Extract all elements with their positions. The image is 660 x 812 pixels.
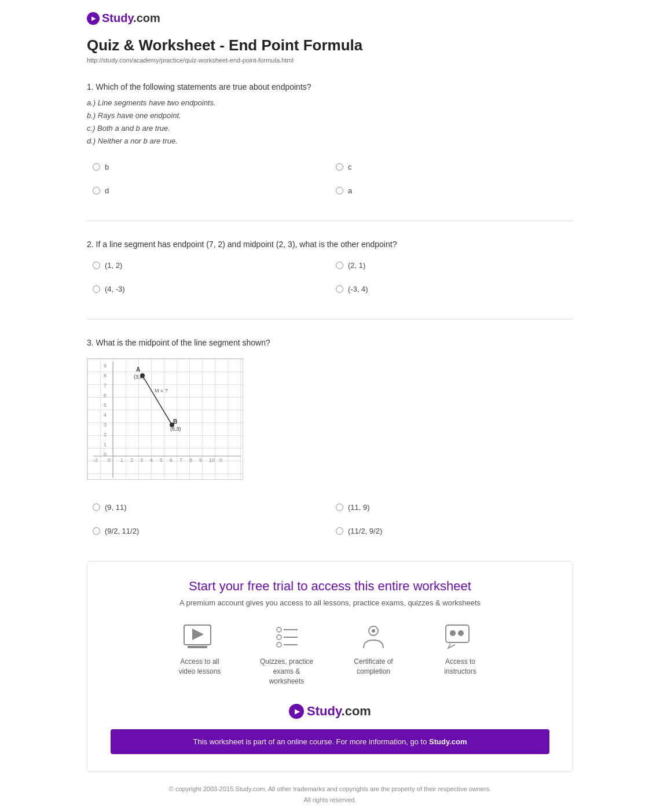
- answer-q2-1-2[interactable]: (1, 2): [87, 256, 330, 274]
- quiz-icon: [270, 623, 303, 651]
- cta-features: Access to allvideo lessons Quizzes, prac…: [111, 623, 549, 686]
- cta-feature-instructor-label: Access to instructors: [428, 657, 492, 677]
- answer-q3-11/2-9/2[interactable]: (11/2, 9/2): [330, 522, 573, 540]
- radio-q1-a[interactable]: [336, 187, 343, 194]
- answer-q1-d[interactable]: d: [87, 182, 330, 200]
- svg-text:M = ?: M = ?: [155, 388, 168, 394]
- question-1: 1. Which of the following statements are…: [87, 81, 573, 200]
- svg-text:6: 6: [170, 457, 173, 463]
- question-1-text: 1. Which of the following statements are…: [87, 81, 573, 93]
- svg-text:0: 0: [219, 457, 222, 463]
- radio-q3-9/2-11/2[interactable]: [93, 527, 100, 535]
- radio-q1-b[interactable]: [93, 163, 100, 171]
- svg-text:5: 5: [104, 402, 107, 408]
- svg-marker-36: [192, 629, 204, 640]
- svg-text:1: 1: [120, 457, 123, 463]
- graph-container: 0 1 2 3 4 5 6 7 8 9 10 0 0 1 2 3 4 5 6: [87, 358, 243, 482]
- cta-subtitle: A premium account gives you access to al…: [111, 598, 549, 607]
- cta-feature-cert-label: Certificate ofcompletion: [354, 657, 393, 677]
- question-3-text: 3. What is the midpoint of the line segm…: [87, 337, 573, 349]
- svg-text:-2: -2: [93, 457, 98, 463]
- svg-text:4: 4: [104, 412, 107, 418]
- midpoint-graph: 0 1 2 3 4 5 6 7 8 9 10 0 0 1 2 3 4 5 6: [87, 358, 243, 480]
- cta-banner-link[interactable]: Study.com: [429, 737, 467, 746]
- answer-q2-4-n3[interactable]: (4, -3): [87, 280, 330, 298]
- svg-text:(3,8): (3,8): [134, 374, 145, 380]
- question-1-options: a.) Line segments have two endpoints. b.…: [87, 97, 573, 148]
- svg-text:7: 7: [179, 457, 182, 463]
- instructor-icon: [443, 623, 477, 651]
- svg-text:(6,3): (6,3): [170, 426, 181, 432]
- cta-logo: Study.com: [111, 704, 549, 719]
- radio-q3-9-11[interactable]: [93, 504, 100, 511]
- cta-logo-text: Study.com: [307, 704, 371, 719]
- svg-text:5: 5: [160, 457, 163, 463]
- cta-feature-quiz-label: Quizzes, practiceexams & worksheets: [255, 657, 318, 686]
- radio-q2-n3-4[interactable]: [336, 285, 343, 293]
- answer-q2-n3-4[interactable]: (-3, 4): [330, 280, 573, 298]
- svg-text:0: 0: [104, 451, 107, 457]
- logo-text: Study.com: [102, 12, 160, 25]
- cta-logo-icon: [289, 704, 304, 719]
- cta-banner: This worksheet is part of an online cour…: [111, 729, 549, 755]
- svg-point-40: [277, 635, 281, 640]
- cta-feature-video: Access to allvideo lessons: [168, 623, 232, 686]
- svg-text:B: B: [173, 418, 177, 425]
- answer-q3-9-11[interactable]: (9, 11): [87, 498, 330, 516]
- radio-q3-11-9[interactable]: [336, 504, 343, 511]
- cta-feature-video-label: Access to allvideo lessons: [179, 657, 221, 677]
- svg-text:10: 10: [209, 457, 215, 463]
- svg-text:4: 4: [150, 457, 153, 463]
- svg-point-38: [277, 627, 281, 632]
- svg-text:0: 0: [108, 457, 111, 463]
- cta-feature-cert: Certificate ofcompletion: [342, 623, 405, 686]
- cta-box: Start your free trial to access this ent…: [87, 561, 573, 772]
- video-icon: [183, 623, 217, 651]
- answer-q2-2-1[interactable]: (2, 1): [330, 256, 573, 274]
- answer-q3-9/2-11/2[interactable]: (9/2, 11/2): [87, 522, 330, 540]
- page-url: http://study.com/academy/practice/quiz-w…: [87, 57, 573, 64]
- answer-q1-c[interactable]: c: [330, 158, 573, 176]
- question-2: 2. If a line segment has endpoint (7, 2)…: [87, 238, 573, 298]
- svg-text:6: 6: [104, 392, 107, 398]
- svg-text:9: 9: [104, 363, 107, 369]
- svg-point-48: [458, 630, 464, 636]
- svg-point-42: [277, 642, 281, 647]
- svg-text:8: 8: [104, 373, 107, 379]
- svg-text:3: 3: [104, 422, 107, 428]
- radio-q2-4-n3[interactable]: [93, 285, 100, 293]
- answer-q3-11-9[interactable]: (11, 9): [330, 498, 573, 516]
- svg-text:2: 2: [104, 432, 107, 438]
- logo-icon: [87, 12, 100, 25]
- answer-q1-b[interactable]: b: [87, 158, 330, 176]
- svg-text:1: 1: [104, 442, 107, 447]
- question-2-text: 2. If a line segment has endpoint (7, 2)…: [87, 238, 573, 251]
- svg-text:2: 2: [130, 457, 133, 463]
- answer-q1-a[interactable]: a: [330, 182, 573, 200]
- radio-q3-11/2-9/2[interactable]: [336, 527, 343, 535]
- page-title: Quiz & Worksheet - End Point Formula: [87, 36, 573, 54]
- svg-text:8: 8: [189, 457, 192, 463]
- svg-point-47: [450, 630, 456, 636]
- svg-text:3: 3: [140, 457, 143, 463]
- svg-rect-37: [188, 646, 207, 648]
- question-2-answers: (1, 2) (2, 1) (4, -3) (-3, 4): [87, 256, 573, 298]
- radio-q2-1-2[interactable]: [93, 262, 100, 269]
- question-3-answers: (9, 11) (11, 9) (9/2, 11/2) (11/2, 9/2): [87, 498, 573, 540]
- cta-feature-instructor: Access to instructors: [428, 623, 492, 686]
- svg-text:9: 9: [199, 457, 202, 463]
- svg-text:A: A: [136, 366, 140, 373]
- logo: Study.com: [87, 12, 573, 25]
- svg-rect-46: [446, 625, 469, 642]
- cta-feature-quiz: Quizzes, practiceexams & worksheets: [255, 623, 318, 686]
- cert-icon: [357, 623, 390, 651]
- radio-q2-2-1[interactable]: [336, 262, 343, 269]
- svg-text:7: 7: [104, 383, 107, 388]
- radio-q1-c[interactable]: [336, 163, 343, 171]
- footer: © copyright 2003-2015 Study.com. All oth…: [87, 784, 573, 805]
- svg-point-45: [372, 629, 375, 633]
- radio-q1-d[interactable]: [93, 187, 100, 194]
- cta-title: Start your free trial to access this ent…: [111, 579, 549, 594]
- question-3: 3. What is the midpoint of the line segm…: [87, 337, 573, 540]
- question-1-answers: b c d a: [87, 158, 573, 200]
